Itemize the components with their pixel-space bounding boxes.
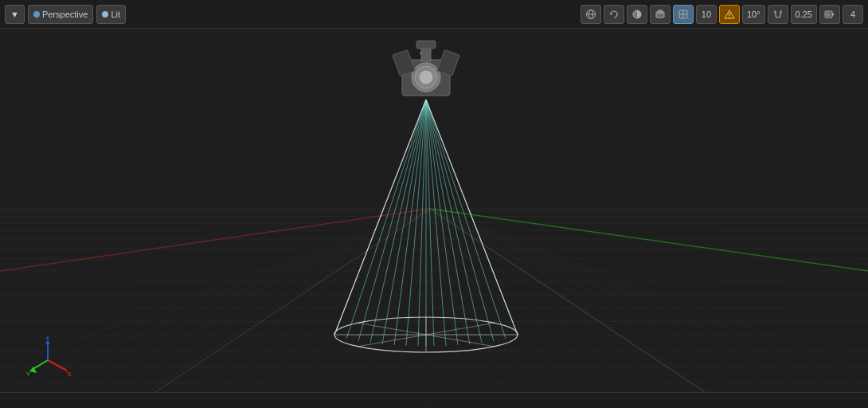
dropdown-arrow: ▼	[10, 10, 19, 19]
grid-background	[0, 0, 868, 408]
viewport-shading-icon[interactable]	[627, 5, 647, 24]
svg-text:X: X	[68, 371, 72, 377]
snap-warning-btn[interactable]	[719, 5, 740, 24]
object-mode-icon[interactable]	[650, 5, 671, 24]
rotate-view-icon[interactable]	[604, 5, 624, 24]
svg-rect-38	[658, 10, 663, 14]
snap-distance-label: 0.25	[796, 10, 812, 19]
snap-value-label: 10	[702, 10, 711, 19]
svg-text:Z: Z	[46, 336, 50, 339]
svg-marker-53	[45, 339, 50, 344]
lit-dot	[102, 11, 108, 18]
svg-marker-50	[832, 13, 835, 16]
svg-point-51	[827, 13, 830, 16]
perspective-btn[interactable]: Perspective	[28, 5, 93, 24]
snap-angle[interactable]: 10°	[742, 5, 765, 24]
right-toolbar: 10 10°	[581, 5, 863, 24]
render-icon[interactable]	[819, 5, 840, 24]
snap-toggle-icon[interactable]	[768, 5, 788, 24]
svg-text:Y: Y	[26, 371, 30, 377]
snap-distance[interactable]: 0.25	[791, 5, 817, 24]
lit-label: Lit	[111, 10, 120, 19]
viewport-layers[interactable]: 4	[843, 5, 863, 24]
transform-global-icon[interactable]	[581, 5, 601, 24]
snap-angle-label: 10°	[747, 10, 760, 19]
dropdown-btn[interactable]: ▼	[5, 5, 25, 24]
snap-increment[interactable]: 10	[696, 5, 717, 24]
bottom-statusbar	[0, 392, 868, 408]
lit-btn[interactable]: Lit	[96, 5, 126, 24]
svg-line-56	[48, 360, 65, 370]
wireframe-icon[interactable]	[673, 5, 694, 24]
perspective-label: Perspective	[42, 10, 88, 19]
3d-viewport[interactable]: ✛ ▼ Perspective Lit	[0, 0, 868, 408]
svg-point-44	[729, 17, 730, 18]
perspective-dot	[33, 11, 40, 18]
layers-label: 4	[850, 10, 855, 19]
top-toolbar: ▼ Perspective Lit	[0, 0, 868, 29]
axis-indicator: Z Y X	[24, 336, 72, 384]
